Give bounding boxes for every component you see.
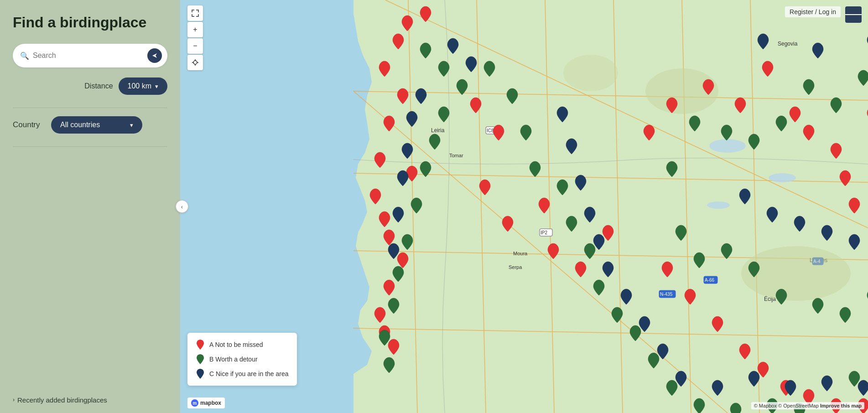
map-attribution: © Mapbox © OpenStreetMap Improve this ma… — [751, 402, 864, 409]
legend-label-a: A Not to be missed — [209, 341, 263, 348]
svg-text:Serpa: Serpa — [509, 264, 522, 270]
svg-point-33 — [645, 68, 718, 114]
login-register-link[interactable]: Register / Log in — [785, 6, 841, 17]
svg-text:Segovia: Segovia — [778, 41, 798, 47]
hamburger-line-3 — [856, 14, 862, 15]
country-value: All countries — [60, 121, 100, 129]
legend-item-c: C Nice if you are in the area — [196, 368, 289, 379]
mapbox-logo: m mapbox — [187, 398, 225, 408]
zoom-in-icon: + — [193, 26, 197, 34]
expand-map-button[interactable] — [187, 5, 203, 21]
locate-button[interactable] — [187, 55, 203, 70]
country-label: Country — [13, 120, 45, 129]
sidebar: Find a birdingplace 🔍 Distance 100 km ▾ … — [0, 0, 180, 413]
legend-label-c: C Nice if you are in the area — [209, 370, 289, 377]
chevron-down-icon-country: ▾ — [130, 122, 133, 129]
svg-text:Leiria: Leiria — [431, 127, 445, 134]
collapse-icon: ‹ — [181, 203, 183, 210]
sidebar-collapse-button[interactable]: ‹ — [176, 200, 188, 213]
mapbox-logo-icon: m — [191, 399, 198, 407]
hamburger-menu-button[interactable] — [845, 6, 862, 23]
chevron-right-icon: › — [13, 397, 15, 403]
map-container[interactable]: Leiria Tomar Moura Serpa Segovia Linares… — [180, 0, 868, 413]
distance-value: 100 km — [128, 82, 151, 90]
divider-2 — [13, 146, 167, 147]
svg-point-15 — [707, 201, 730, 209]
legend-pin-a — [196, 339, 205, 350]
country-dropdown[interactable]: All countries ▾ — [51, 116, 142, 134]
distance-dropdown[interactable]: 100 km ▾ — [119, 77, 167, 95]
search-icon: 🔍 — [20, 52, 29, 60]
svg-text:IC8: IC8 — [487, 128, 494, 133]
legend-label-b: B Worth a detour — [209, 356, 258, 363]
svg-text:N-435: N-435 — [660, 292, 673, 297]
svg-text:A-66: A-66 — [705, 278, 715, 283]
recently-added-link[interactable]: › Recently added birdingplaces — [13, 389, 167, 404]
map-controls: + − — [187, 5, 203, 70]
legend-pin-b — [196, 354, 205, 365]
legend-item-a: A Not to be missed — [196, 339, 289, 350]
svg-point-34 — [741, 246, 851, 301]
distance-label: Distance — [84, 82, 113, 90]
zoom-out-icon: − — [193, 42, 197, 50]
distance-row: Distance 100 km ▾ — [13, 77, 167, 95]
country-row: Country All countries ▾ — [13, 116, 167, 134]
search-bar: 🔍 — [13, 44, 167, 67]
svg-text:Tomar: Tomar — [449, 153, 463, 158]
hamburger-line-2 — [851, 14, 856, 15]
recently-added-label: Recently added birdingplaces — [17, 396, 107, 404]
chevron-down-icon: ▾ — [155, 83, 158, 90]
legend-pin-c — [196, 368, 205, 379]
divider-1 — [13, 108, 167, 108]
top-nav: Register / Log in — [785, 6, 841, 17]
svg-point-36 — [193, 61, 197, 64]
map-legend: A Not to be missed B Worth a detour C Ni… — [187, 333, 297, 386]
page-title: Find a birdingplace — [13, 14, 167, 31]
improve-map-link[interactable]: Improve this map — [820, 403, 862, 408]
svg-point-14 — [769, 173, 796, 182]
search-input[interactable] — [33, 52, 147, 60]
zoom-in-button[interactable]: + — [187, 22, 203, 37]
legend-item-b: B Worth a detour — [196, 354, 289, 365]
mapbox-logo-text: mapbox — [200, 400, 221, 406]
svg-text:Moura: Moura — [513, 251, 528, 256]
search-navigate-button[interactable] — [147, 48, 162, 63]
svg-point-13 — [709, 139, 746, 153]
svg-point-35 — [563, 55, 618, 91]
attribution-text: © Mapbox © OpenStreetMap — [754, 403, 820, 408]
hamburger-line-1 — [845, 14, 851, 15]
svg-text:IP2: IP2 — [541, 230, 547, 235]
zoom-out-button[interactable]: − — [187, 38, 203, 54]
